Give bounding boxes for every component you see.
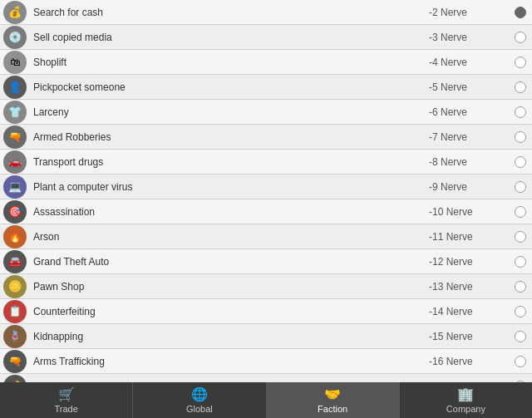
table-row[interactable]: 📋Counterfeiting-14 Nerve: [0, 299, 532, 324]
crimes-list[interactable]: 💰Search for cash-2 Nerve💿Sell copied med…: [0, 0, 532, 382]
nav-item-global-label: Global: [186, 404, 213, 414]
radio-circle: [515, 281, 526, 293]
crime-name: Counterfeiting: [33, 306, 429, 317]
crime-icon: 🚘: [3, 250, 27, 273]
table-row[interactable]: 👤Pickpocket someone-5 Nerve: [0, 75, 532, 100]
crime-icon: 💰: [3, 1, 27, 24]
crime-radio[interactable]: [512, 181, 529, 193]
crime-radio[interactable]: [512, 106, 529, 118]
crime-icon: 🔫: [3, 125, 27, 149]
crime-radio[interactable]: [512, 256, 529, 268]
crime-name: Grand Theft Auto: [33, 256, 429, 268]
crime-icon: 💻: [3, 175, 27, 199]
crime-name: Arms Trafficking: [33, 356, 429, 367]
crime-cost: -3 Nerve: [429, 32, 512, 43]
radio-circle: [515, 131, 526, 143]
radio-circle: [515, 331, 526, 342]
nav-item-faction-label: Faction: [318, 404, 347, 414]
crime-icon: 🎯: [3, 200, 27, 224]
crime-icon: 🔫: [3, 350, 27, 373]
radio-circle: [515, 206, 526, 218]
crime-radio[interactable]: [512, 81, 529, 93]
crime-icon: 🚗: [3, 150, 27, 174]
table-row[interactable]: 💣Bombings-17 Nerve: [0, 374, 532, 382]
crime-radio[interactable]: [512, 7, 529, 18]
crime-cost: -16 Nerve: [429, 356, 512, 367]
table-row[interactable]: 🔫Armed Robberies-7 Nerve: [0, 125, 532, 150]
crime-radio[interactable]: [512, 356, 529, 367]
table-row[interactable]: 👕Larceny-6 Nerve: [0, 100, 532, 125]
crime-radio[interactable]: [512, 206, 529, 218]
bottom-nav: 🛒Trade🌐Global🤝Faction🏢Company: [0, 382, 532, 418]
crime-icon: 🔥: [3, 225, 27, 248]
crime-cost: -7 Nerve: [429, 131, 512, 143]
crime-icon: 💣: [3, 375, 27, 383]
table-row[interactable]: 💰Search for cash-2 Nerve: [0, 0, 532, 25]
crime-radio[interactable]: [512, 231, 529, 243]
radio-circle: [515, 256, 526, 268]
crime-icon: 📋: [3, 300, 27, 323]
crime-cost: -5 Nerve: [429, 81, 512, 93]
radio-circle: [515, 32, 526, 43]
crime-name: Sell copied media: [33, 32, 429, 43]
crime-name: Assassination: [33, 206, 429, 218]
radio-circle: [515, 81, 526, 93]
crime-name: Arson: [33, 231, 429, 243]
table-row[interactable]: 🚗Transport drugs-8 Nerve: [0, 150, 532, 175]
crime-radio[interactable]: [512, 306, 529, 317]
radio-circle: [515, 231, 526, 243]
nav-item-company-label: Company: [446, 404, 485, 414]
table-row[interactable]: 💿Sell copied media-3 Nerve: [0, 25, 532, 50]
crime-icon: 🪢: [3, 325, 27, 348]
crime-name: Transport drugs: [33, 156, 429, 168]
nav-item-trade[interactable]: 🛒Trade: [0, 382, 133, 418]
table-row[interactable]: 🔥Arson-11 Nerve: [0, 224, 532, 249]
table-row[interactable]: 🚘Grand Theft Auto-12 Nerve: [0, 249, 532, 274]
crime-cost: -2 Nerve: [429, 7, 512, 18]
crime-cost: -15 Nerve: [429, 331, 512, 342]
crime-radio[interactable]: [512, 131, 529, 143]
crime-name: Plant a computer virus: [33, 181, 429, 193]
table-row[interactable]: 💻Plant a computer virus-9 Nerve: [0, 175, 532, 199]
faction-icon: 🤝: [324, 386, 341, 402]
table-row[interactable]: 🎯Assassination-10 Nerve: [0, 199, 532, 224]
crime-cost: -13 Nerve: [429, 281, 512, 293]
crime-cost: -12 Nerve: [429, 256, 512, 268]
crime-name: Armed Robberies: [33, 131, 429, 143]
table-row[interactable]: 🪙Pawn Shop-13 Nerve: [0, 274, 532, 299]
nav-item-faction[interactable]: 🤝Faction: [267, 382, 400, 418]
table-row[interactable]: 🛍Shoplift-4 Nerve: [0, 50, 532, 75]
crime-cost: -6 Nerve: [429, 106, 512, 118]
crime-radio[interactable]: [512, 57, 529, 68]
crime-cost: -4 Nerve: [429, 57, 512, 68]
nav-item-company[interactable]: 🏢Company: [400, 382, 532, 418]
trade-icon: 🛒: [58, 386, 75, 402]
crime-cost: -11 Nerve: [429, 231, 512, 243]
crime-icon: 👕: [3, 101, 27, 124]
crime-name: Pickpocket someone: [33, 81, 429, 93]
radio-circle: [515, 306, 526, 317]
table-row[interactable]: 🔫Arms Trafficking-16 Nerve: [0, 349, 532, 374]
crime-name: Pawn Shop: [33, 281, 429, 293]
crime-name: Kidnapping: [33, 331, 429, 342]
radio-circle: [515, 7, 526, 18]
radio-circle: [515, 181, 526, 193]
crime-name: Search for cash: [33, 7, 429, 18]
radio-circle: [515, 156, 526, 168]
crime-radio[interactable]: [512, 32, 529, 43]
company-icon: 🏢: [457, 386, 474, 402]
crime-radio[interactable]: [512, 281, 529, 293]
table-row[interactable]: 🪢Kidnapping-15 Nerve: [0, 324, 532, 349]
crime-icon: 👤: [3, 76, 27, 99]
crime-cost: -14 Nerve: [429, 306, 512, 317]
crime-cost: -9 Nerve: [429, 181, 512, 193]
radio-circle: [515, 106, 526, 118]
crime-radio[interactable]: [512, 156, 529, 168]
global-icon: 🌐: [191, 386, 208, 402]
crime-cost: -8 Nerve: [429, 156, 512, 168]
crime-icon: 🛍: [3, 51, 27, 74]
crime-icon: 💿: [3, 26, 27, 49]
nav-item-global[interactable]: 🌐Global: [133, 382, 266, 418]
crime-radio[interactable]: [512, 331, 529, 342]
crime-name: Larceny: [33, 106, 429, 118]
